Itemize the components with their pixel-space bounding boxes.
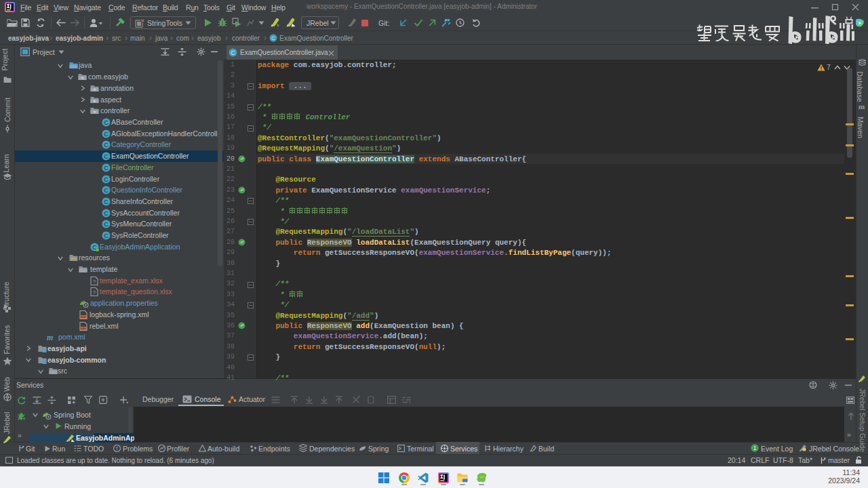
svg-text:C: C <box>104 221 108 228</box>
svg-text:C: C <box>104 131 108 138</box>
svg-text:C: C <box>271 35 275 41</box>
svg-text:C: C <box>104 142 108 148</box>
svg-text:C: C <box>104 176 108 183</box>
svg-text:C: C <box>104 187 108 194</box>
svg-text:m: m <box>859 103 865 110</box>
svg-text:?: ? <box>93 289 96 296</box>
svg-text:1: 1 <box>753 445 757 451</box>
svg-text:C: C <box>104 210 108 217</box>
svg-text:C: C <box>104 153 108 160</box>
svg-text:C: C <box>104 199 108 205</box>
svg-text:C: C <box>104 119 108 126</box>
svg-text:C: C <box>104 165 108 171</box>
svg-text:C: C <box>231 49 235 56</box>
svg-text:m: m <box>47 333 53 342</box>
svg-text:?: ? <box>93 279 96 285</box>
svg-text:C: C <box>104 232 108 239</box>
